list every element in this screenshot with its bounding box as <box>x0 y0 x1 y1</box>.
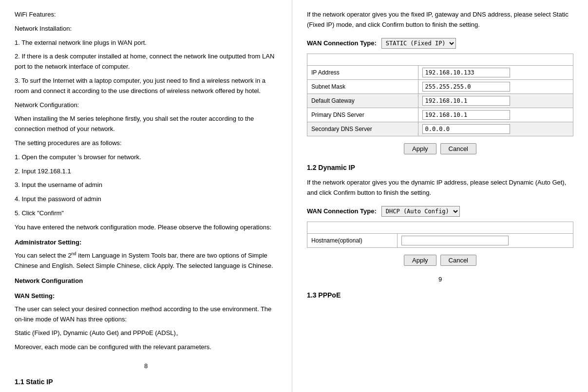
ip-address-cell <box>418 65 573 79</box>
network-config-title: Network Configuration <box>15 276 277 286</box>
wan-options: Static (Fixed IP), Dynamic (Auto Get) an… <box>15 328 277 338</box>
default-gateway-input[interactable] <box>422 96 510 106</box>
table-row: Secondary DNS Server <box>307 122 573 136</box>
procedure-4: 4. Input the password of admin <box>15 194 277 205</box>
dynamic-ip-intro: If the network operator gives you the dy… <box>307 178 573 198</box>
step2-lan: 2. If there is a desk computer installed… <box>15 52 277 72</box>
dynamic-ip-title: 1.2 Dynamic IP <box>307 162 573 173</box>
static-ip-title: 1.1 Static IP <box>15 376 277 387</box>
default-gateway-label: Default Gateway <box>307 93 418 108</box>
table-row: Hostname(optional) <box>307 233 573 247</box>
primary-dns-label: Primary DNS Server <box>307 108 418 122</box>
subnet-mask-input[interactable] <box>422 82 510 92</box>
procedure-2: 2. Input 192.168.1.1 <box>15 167 277 177</box>
procedure-5: 5. Click "Confirm" <box>15 208 277 219</box>
subnet-mask-cell <box>418 79 573 93</box>
dhcp-wan-type-select[interactable]: DHCP (Auto Config) <box>381 206 460 217</box>
table-row: Subnet Mask <box>307 79 573 93</box>
admin-setting-text: You can select the 2nd item Language in … <box>15 250 277 271</box>
step1-wan: 1. The external network line plugs in WA… <box>15 38 277 48</box>
static-wan-block: WAN Connection Type: STATIC (Fixed IP) S… <box>307 38 573 154</box>
dhcp-wan-block: WAN Connection Type: DHCP (Auto Config) … <box>307 206 573 266</box>
left-panel: WiFi Features: Network Installation: 1. … <box>0 0 292 392</box>
hostname-label: Hostname(optional) <box>307 233 398 247</box>
static-mode-header: Static Mode <box>307 54 573 65</box>
step3-laptop: 3. To surf the Internet with a laptop co… <box>15 76 277 96</box>
primary-dns-input[interactable] <box>422 110 510 120</box>
default-gateway-cell <box>418 93 573 108</box>
static-mode-table: Static Mode IP Address Subnet Mask Defau… <box>307 54 573 136</box>
network-config-label: Network Configuration: <box>15 100 277 111</box>
static-wan-type-row: WAN Connection Type: STATIC (Fixed IP) <box>307 38 573 49</box>
static-apply-button[interactable]: Apply <box>404 143 436 154</box>
wan-note: Moreover, each mode can be configured wi… <box>15 342 277 353</box>
left-page-number: 8 <box>15 362 277 370</box>
network-mode-notice: You have entered the network configurati… <box>15 223 277 233</box>
wan-setting-title: WAN Setting: <box>15 291 277 301</box>
hostname-cell <box>398 233 573 247</box>
dhcp-mode-table: DHCP Mode Hostname(optional) <box>307 222 573 248</box>
admin-setting-title: Administrator Setting: <box>15 238 277 248</box>
secondary-dns-input[interactable] <box>422 124 510 134</box>
primary-dns-cell <box>418 108 573 122</box>
pppoe-title: 1.3 PPPoE <box>307 290 573 300</box>
static-wan-type-select[interactable]: STATIC (Fixed IP) <box>381 38 456 49</box>
dhcp-btn-row: Apply Cancel <box>307 255 573 266</box>
dhcp-apply-button[interactable]: Apply <box>404 255 436 266</box>
ip-address-label: IP Address <box>307 65 418 79</box>
table-row: Default Gateway <box>307 93 573 108</box>
dhcp-wan-type-label: WAN Connection Type: <box>307 207 377 215</box>
network-install-label: Network Installation: <box>15 24 277 34</box>
dhcp-mode-header: DHCP Mode <box>307 222 573 233</box>
dhcp-cancel-button[interactable]: Cancel <box>440 255 476 266</box>
wifi-features-label: WiFi Features: <box>15 10 277 20</box>
right-page-number: 9 <box>307 276 573 283</box>
static-cancel-button[interactable]: Cancel <box>440 143 476 154</box>
subnet-mask-label: Subnet Mask <box>307 79 418 93</box>
hostname-input[interactable] <box>401 236 509 245</box>
dhcp-wan-type-row: WAN Connection Type: DHCP (Auto Config) <box>307 206 573 217</box>
static-wan-type-label: WAN Connection Type: <box>307 39 377 47</box>
procedure-1: 1. Open the computer 's browser for netw… <box>15 152 277 163</box>
table-row: IP Address <box>307 65 573 79</box>
static-btn-row: Apply Cancel <box>307 143 573 154</box>
static-ip-intro: If the network operator gives you the fi… <box>307 10 573 30</box>
secondary-dns-cell <box>418 122 573 136</box>
procedure-3: 3. Input the username of admin <box>15 180 277 190</box>
wan-setting-text: The user can select your desired connect… <box>15 304 277 325</box>
secondary-dns-label: Secondary DNS Server <box>307 122 418 136</box>
right-panel: If the network operator gives you the fi… <box>292 0 588 392</box>
table-row: Primary DNS Server <box>307 108 573 122</box>
m-series-note: When installing the M series telephone f… <box>15 114 277 134</box>
setting-procedures: The setting procedures are as follows: <box>15 138 277 149</box>
ip-address-input[interactable] <box>422 68 510 77</box>
